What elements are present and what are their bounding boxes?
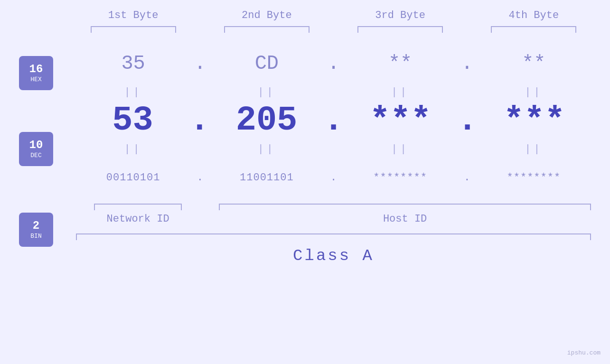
sep1-b4: || (525, 86, 543, 98)
sep2-b4: || (525, 143, 543, 155)
class-label-row: Class A (19, 247, 591, 265)
net-bracket-cell (76, 204, 200, 210)
byte4-bracket-top (491, 26, 576, 33)
bin-data-row: 00110101 . 11001101 . ******** . *******… (19, 156, 591, 199)
dec-data-row: 53 . 205 . *** . *** (19, 99, 591, 142)
watermark: ipshu.com (567, 349, 601, 356)
bin-b4: ******** (507, 172, 561, 184)
host-bracket-cell (219, 204, 591, 210)
bin-badge-label: BIN (30, 233, 41, 240)
hex-dot3: . (461, 52, 473, 75)
sep1-b1: || (124, 86, 142, 98)
network-bracket (94, 204, 182, 210)
separator2: || || || || (19, 142, 591, 156)
sep1-b3: || (391, 86, 409, 98)
hex-dot2: . (328, 52, 339, 75)
bin-b1: 00110101 (106, 172, 160, 184)
bin-dot2: . (330, 172, 337, 184)
hex-badge-num: 16 (29, 63, 43, 75)
hex-badge-label: HEX (30, 76, 41, 83)
bin-dot1: . (197, 172, 203, 184)
byte3-bracket-top (357, 26, 443, 33)
sep2-b3: || (391, 143, 409, 155)
top-brackets (19, 26, 591, 33)
separator1: || || || || (19, 85, 591, 99)
dec-b2: 205 (236, 101, 298, 140)
byte-headers-row: 1st Byte 2nd Byte 3rd Byte 4th Byte (19, 0, 591, 21)
dec-badge-label: DEC (30, 152, 41, 159)
full-bracket-row (19, 233, 591, 240)
hex-b3: ** (388, 52, 412, 75)
hex-b1: 35 (121, 52, 145, 75)
full-bottom-bracket (76, 233, 591, 240)
byte2-header: 2nd Byte (209, 9, 324, 21)
dec-dot1: . (189, 101, 210, 140)
host-id-label: Host ID (219, 213, 591, 225)
hex-data-row: 35 . CD . ** . ** (19, 42, 591, 85)
id-labels-row: Network ID Host ID (19, 213, 591, 225)
host-bracket (219, 204, 591, 210)
bin-dot3: . (464, 172, 470, 184)
byte4-header: 4th Byte (477, 9, 591, 21)
bin-badge-num: 2 (33, 220, 39, 232)
byte3-header: 3rd Byte (343, 9, 458, 21)
bin-b3: ******** (373, 172, 427, 184)
bin-badge: 2 BIN (19, 213, 53, 247)
byte1-header: 1st Byte (76, 9, 190, 21)
byte2-bracket-top (224, 26, 310, 33)
network-id-label: Network ID (76, 213, 200, 225)
dec-b3: *** (370, 101, 432, 140)
hex-dot1: . (194, 52, 206, 75)
hex-b4: ** (522, 52, 545, 75)
sep2-b2: || (258, 143, 276, 155)
hex-badge: 16 HEX (19, 56, 53, 90)
byte1-bracket-top (91, 26, 176, 33)
sep2-b1: || (124, 143, 142, 155)
dec-b4: *** (504, 101, 565, 140)
class-label: Class A (293, 247, 374, 265)
hex-b2: CD (255, 52, 279, 75)
dec-badge-num: 10 (29, 139, 43, 151)
bin-b2: 11001101 (240, 172, 294, 184)
dec-b1: 53 (112, 101, 153, 140)
dec-dot2: . (323, 101, 344, 140)
sep1-b2: || (258, 86, 276, 98)
dec-badge: 10 DEC (19, 132, 53, 166)
dec-dot3: . (457, 101, 478, 140)
bottom-brackets-section (19, 204, 591, 210)
main-container: 1st Byte 2nd Byte 3rd Byte 4th Byte 16 H… (0, 0, 610, 364)
